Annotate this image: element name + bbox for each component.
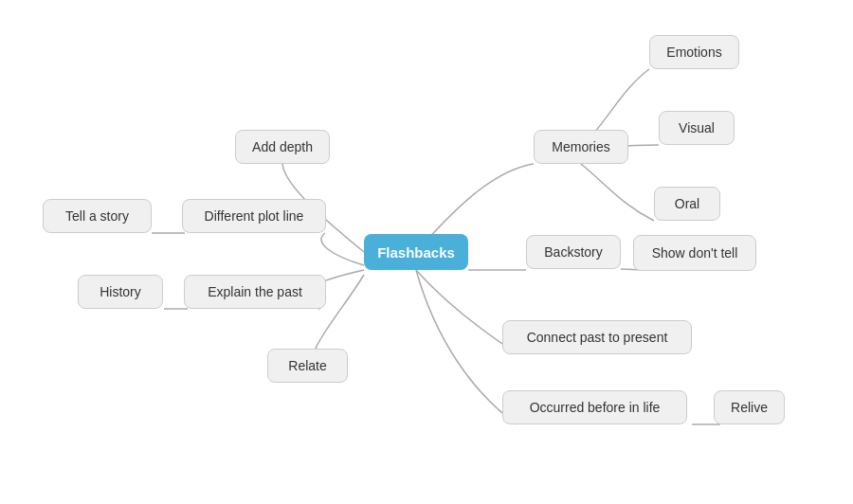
node-backstory[interactable]: Backstory	[526, 235, 621, 269]
node-history[interactable]: History	[78, 275, 163, 309]
mind-map: Flashbacks Memories Emotions Visual Oral…	[0, 0, 853, 504]
node-memories[interactable]: Memories	[534, 130, 628, 164]
node-occurred-before-in-life[interactable]: Occurred before in life	[502, 390, 687, 424]
node-relate[interactable]: Relate	[267, 349, 348, 383]
node-flashbacks[interactable]: Flashbacks	[364, 234, 468, 270]
node-oral[interactable]: Oral	[654, 187, 720, 221]
node-show-dont-tell[interactable]: Show don't tell	[633, 235, 756, 271]
node-tell-a-story[interactable]: Tell a story	[43, 199, 152, 233]
node-relive[interactable]: Relive	[714, 390, 785, 424]
node-different-plot-line[interactable]: Different plot line	[182, 199, 326, 233]
node-add-depth[interactable]: Add depth	[235, 130, 330, 164]
node-connect-past-to-present[interactable]: Connect past to present	[502, 320, 692, 354]
node-explain-the-past[interactable]: Explain the past	[184, 275, 326, 309]
node-emotions[interactable]: Emotions	[649, 35, 739, 69]
node-visual[interactable]: Visual	[659, 111, 735, 145]
